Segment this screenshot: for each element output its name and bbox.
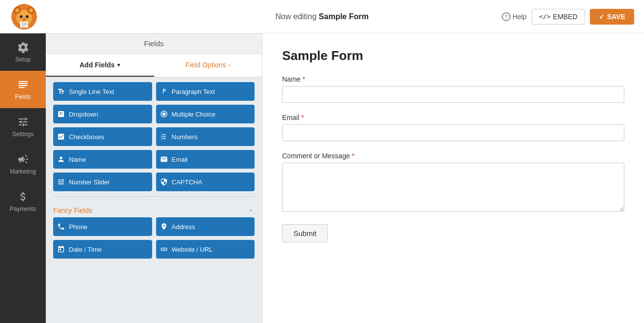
help-icon: ? [502,12,511,21]
field-btn-phone[interactable]: Phone [53,217,152,236]
field-btn-captcha[interactable]: CAPTCHA [156,173,255,191]
megaphone-icon [17,153,29,165]
dropdown-icon [57,110,65,118]
section-divider [53,196,255,197]
field-btn-date-time[interactable]: Date / Time [53,240,152,259]
sidebar-item-payments-label: Payments [10,206,36,212]
chevron-down-icon: ▾ [117,62,120,68]
sidebar-item-settings-label: Settings [12,131,33,138]
fields-content: Single Line Text Paragraph Text Dropdown… [46,77,262,323]
person-icon [57,155,65,163]
field-btn-number-slider[interactable]: Number Slider [53,173,152,191]
form-field-email: Email * [282,114,624,141]
form-label-comment: Comment or Message * [282,152,624,160]
dollar-icon [17,191,29,203]
sidebar-item-payments[interactable]: Payments [0,183,46,220]
sliders-icon [17,116,29,128]
sidebar-item-marketing[interactable]: Marketing [0,146,46,183]
field-btn-website-url[interactable]: Website / URL [156,240,255,259]
main-content: Setup Fields Settings Marketing Payments… [0,33,644,323]
fancy-fields-grid: Phone Address Date / Time Website / URL [53,217,255,259]
required-indicator-comment: * [350,152,354,160]
location-icon [160,223,168,231]
topbar-actions: ? Help </> EMBED ✓ SAVE [502,9,634,25]
svg-point-5 [29,8,33,12]
fields-tabs: Add Fields ▾ Field Options › [46,54,262,77]
logo-icon [11,4,37,29]
field-btn-address[interactable]: Address [156,217,255,236]
form-submit-button[interactable]: Submit [282,224,328,242]
topbar: Now editing Sample Form ? Help </> EMBED… [0,0,644,33]
checkbox-icon [57,133,65,141]
sidebar-nav: Setup Fields Settings Marketing Payments [0,33,46,323]
svg-point-7 [26,15,29,18]
form-field-name: Name * [282,75,624,103]
fields-panel-header: Fields [46,33,262,54]
sidebar-item-fields-label: Fields [15,93,31,100]
help-button[interactable]: ? Help [502,12,527,21]
field-btn-email[interactable]: Email [156,150,255,169]
svg-point-4 [15,8,19,12]
envelope-icon [160,155,168,163]
sidebar-item-marketing-label: Marketing [10,168,36,175]
sidebar-item-fields[interactable]: Fields [0,71,46,108]
editing-title: Now editing Sample Form [275,12,368,21]
link-icon [160,245,168,253]
checkmark-icon: ✓ [599,13,605,21]
field-btn-checkboxes[interactable]: Checkboxes [53,127,152,146]
paragraph-icon [160,88,168,95]
field-btn-single-line-text[interactable]: Single Line Text [53,82,152,101]
svg-point-6 [20,15,23,18]
form-input-email[interactable] [282,124,624,141]
form-label-email: Email * [282,114,624,121]
calendar-icon [57,245,65,253]
sidebar-item-settings[interactable]: Settings [0,108,46,146]
slider-icon [57,178,65,186]
shield-icon [160,178,168,186]
required-indicator: * [300,75,305,83]
chevron-up-icon [247,206,255,214]
chevron-right-icon: › [228,62,230,68]
form-input-name[interactable] [282,86,624,103]
hash-icon [160,133,168,141]
required-indicator-email: * [299,114,304,121]
field-btn-paragraph-text[interactable]: Paragraph Text [156,82,255,101]
tab-field-options[interactable]: Field Options › [154,54,262,77]
form-label-name: Name * [282,75,624,83]
sidebar-item-setup[interactable]: Setup [0,33,46,71]
sidebar-item-setup-label: Setup [15,56,31,63]
form-input-comment[interactable] [282,163,624,212]
field-btn-name[interactable]: Name [53,150,152,169]
form-title: Sample Form [282,48,624,63]
logo [10,2,38,31]
form-preview: Sample Form Name * Email * Comment or Me… [262,33,644,323]
gear-icon [17,41,29,53]
tab-add-fields[interactable]: Add Fields ▾ [46,54,154,77]
embed-button[interactable]: </> EMBED [532,9,585,25]
fields-icon [17,79,29,90]
embed-icon: </> [539,13,550,20]
radio-icon [160,110,168,118]
save-button[interactable]: ✓ SAVE [590,9,634,25]
field-btn-numbers[interactable]: Numbers [156,127,255,146]
phone-icon [57,223,65,231]
field-btn-multiple-choice[interactable]: Multiple Choice [156,105,255,123]
svg-point-13 [162,113,165,116]
fancy-fields-section-header[interactable]: Fancy Fields [53,202,255,217]
fields-panel: Fields Add Fields ▾ Field Options › Sing… [46,33,262,323]
text-icon [57,88,65,95]
form-field-comment: Comment or Message * [282,152,624,213]
standard-fields-grid: Single Line Text Paragraph Text Dropdown… [53,82,255,191]
svg-point-8 [23,19,26,21]
field-btn-dropdown[interactable]: Dropdown [53,105,152,123]
